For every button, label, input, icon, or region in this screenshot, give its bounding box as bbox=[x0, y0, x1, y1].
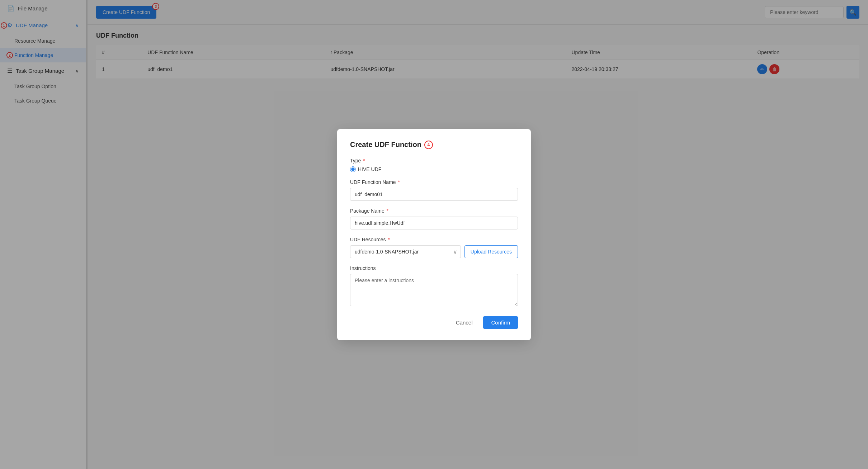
type-label: Type * bbox=[350, 158, 518, 164]
modal-overlay: Create UDF Function 4 Type * HIVE UDF bbox=[88, 0, 868, 469]
instructions-textarea[interactable] bbox=[350, 274, 518, 306]
main-area: Create UDF Function 3 🔍 UDF Function # U… bbox=[88, 0, 868, 469]
function-name-label: UDF Function Name * bbox=[350, 179, 518, 185]
cancel-button[interactable]: Cancel bbox=[449, 316, 479, 329]
udf-resources-label: UDF Resources * bbox=[350, 237, 518, 242]
resource-select[interactable]: udfdemo-1.0-SNAPSHOT.jar bbox=[350, 245, 461, 258]
modal-footer: Cancel Confirm bbox=[350, 316, 518, 329]
confirm-button[interactable]: Confirm bbox=[483, 316, 518, 329]
udf-resources-field: UDF Resources * udfdemo-1.0-SNAPSHOT.jar… bbox=[350, 237, 518, 258]
modal-title: Create UDF Function 4 bbox=[350, 141, 518, 149]
instructions-label: Instructions bbox=[350, 265, 518, 271]
package-name-label: Package Name * bbox=[350, 208, 518, 214]
radio-hive-udf[interactable]: HIVE UDF bbox=[350, 166, 381, 172]
hive-udf-radio[interactable] bbox=[350, 166, 356, 172]
instructions-field: Instructions bbox=[350, 265, 518, 308]
modal-title-text: Create UDF Function bbox=[350, 141, 421, 149]
package-name-field: Package Name * bbox=[350, 208, 518, 229]
modal-title-badge: 4 bbox=[424, 141, 433, 149]
upload-resources-button[interactable]: Upload Resources bbox=[464, 245, 518, 258]
function-name-input[interactable] bbox=[350, 188, 518, 201]
resource-row: udfdemo-1.0-SNAPSHOT.jar Upload Resource… bbox=[350, 245, 518, 258]
cancel-label: Cancel bbox=[456, 319, 473, 326]
type-required: * bbox=[363, 158, 365, 164]
hive-udf-label: HIVE UDF bbox=[358, 166, 381, 172]
type-field: Type * HIVE UDF bbox=[350, 158, 518, 172]
resource-select-wrapper: udfdemo-1.0-SNAPSHOT.jar bbox=[350, 245, 461, 258]
create-udf-modal: Create UDF Function 4 Type * HIVE UDF bbox=[337, 129, 531, 340]
package-name-input[interactable] bbox=[350, 217, 518, 229]
upload-resources-label: Upload Resources bbox=[471, 249, 512, 255]
function-name-field: UDF Function Name * bbox=[350, 179, 518, 201]
type-radio-group: HIVE UDF bbox=[350, 166, 518, 172]
confirm-label: Confirm bbox=[491, 319, 510, 326]
